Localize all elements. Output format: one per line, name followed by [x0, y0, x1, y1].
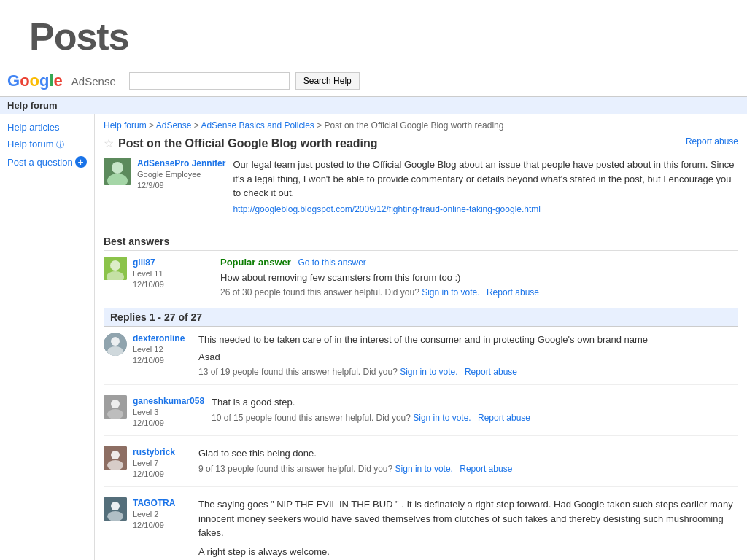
answer-level: Level 11 — [133, 269, 163, 278]
sidebar: Help articles Help forum ⓘ Post a questi… — [0, 114, 95, 560]
reply-report-0[interactable]: Report abuse — [465, 367, 517, 377]
reply-body-1: That is a good step. 10 of 15 people fou… — [212, 395, 738, 428]
answer-author[interactable]: gill87 — [133, 257, 155, 268]
poster-name[interactable]: AdSensePro Jennifer — [137, 158, 225, 168]
reply-helpful-label-0: 13 of 19 people found this answer helpfu… — [198, 367, 398, 377]
reply-text-0: This needed to be taken care of in the i… — [198, 332, 738, 347]
reply-helpful-label-2: 9 of 13 people found this answer helpful… — [198, 464, 392, 474]
reply-author-3[interactable]: TAGOTRA — [133, 498, 175, 508]
reply-level-2: Level 7 — [133, 459, 158, 467]
reply-text-2: Glad to see this being done. — [198, 446, 738, 461]
reply-vote-0[interactable]: Sign in to vote. — [400, 367, 457, 377]
answer-date: 12/10/09 — [133, 280, 164, 289]
breadcrumb-basics[interactable]: AdSense Basics and Policies — [201, 120, 314, 131]
svg-point-13 — [111, 451, 120, 459]
replies-header: Replies 1 - 27 of 27 — [104, 308, 738, 327]
helpful-text-0: 26 of 30 people found this answer helpfu… — [220, 287, 738, 298]
reply-helpful-2: 9 of 13 people found this answer helpful… — [198, 464, 738, 474]
best-answers-section: Best answers gill87 Level 11 12/10/0 — [104, 233, 738, 298]
reply-date-1: 12/10/09 — [133, 419, 164, 427]
reply-body-3: The saying goes " NIP THE EVIL IN THE BU… — [198, 497, 738, 559]
reply-author-1[interactable]: ganeshkumar058 — [133, 396, 204, 406]
reply-row-2: rustybrick Level 7 12/10/09 Glad to see … — [104, 446, 738, 487]
help-forum-icon: ⓘ — [56, 140, 64, 149]
breadcrumb-current: Post on the Official Google Blog worth r… — [325, 120, 504, 131]
report-abuse-top[interactable]: Report abuse — [686, 136, 738, 147]
reply-row-0: dexteronline Level 12 12/10/09 This need… — [104, 332, 738, 385]
header-banner: Posts — [0, 0, 747, 66]
logo-g2: g — [39, 71, 49, 90]
main-layout: Help articles Help forum ⓘ Post a questi… — [0, 114, 747, 560]
reply-date-3: 12/10/09 — [133, 521, 164, 529]
help-forum-bar: Help forum — [0, 97, 747, 114]
plus-icon: + — [75, 156, 87, 168]
reply-row-3: TAGOTRA Level 2 12/10/09 The saying goes… — [104, 497, 738, 560]
helpful-label-0: 26 of 30 people found this answer helpfu… — [220, 287, 419, 298]
reply-author-0[interactable]: dexteronline — [133, 333, 185, 343]
post-title-area: ☆ Post on the Official Google Blog worth… — [104, 136, 378, 150]
post-question-button[interactable]: Post a question + — [7, 156, 87, 168]
search-input[interactable] — [129, 72, 290, 90]
search-button[interactable]: Search Help — [295, 72, 360, 90]
logo-o2: o — [30, 71, 39, 90]
reply-level-1: Level 3 — [133, 408, 158, 416]
popular-label: Popular answer — [220, 257, 291, 268]
reply-level-3: Level 2 — [133, 510, 158, 518]
reply-date-2: 12/10/09 — [133, 470, 164, 478]
reply-vote-1[interactable]: Sign in to vote. — [413, 413, 471, 423]
reply-date-0: 12/10/09 — [133, 356, 164, 365]
reply-avatar-3 — [104, 497, 127, 521]
page-title: Posts — [29, 15, 718, 58]
reply-subtext-3: A right step is always welcome. — [198, 545, 738, 559]
google-logo: Google — [7, 71, 63, 90]
best-answer-row: gill87 Level 11 12/10/09 Popular answer … — [104, 257, 738, 298]
reply-avatar-2 — [104, 446, 127, 470]
reply-meta-0: dexteronline Level 12 12/10/09 — [133, 332, 185, 365]
reply-text-3: The saying goes " NIP THE EVIL IN THE BU… — [198, 497, 738, 540]
sidebar-help-articles[interactable]: Help articles — [7, 122, 87, 133]
logo-g: G — [7, 71, 20, 90]
answer-meta: gill87 Level 11 12/10/09 — [133, 257, 213, 289]
original-post: AdSensePro Jennifer Google Employee 12/9… — [104, 158, 738, 222]
logo-e: e — [54, 71, 63, 90]
sidebar-help-forum[interactable]: Help forum ⓘ — [7, 139, 87, 150]
report-link-0[interactable]: Report abuse — [487, 287, 539, 298]
answer-body: Popular answer Go to this answer How abo… — [220, 257, 738, 298]
reply-author-2[interactable]: rustybrick — [133, 447, 175, 457]
reply-meta-2: rustybrick Level 7 12/10/09 — [133, 446, 175, 479]
breadcrumb: Help forum > AdSense > AdSense Basics an… — [104, 120, 738, 131]
go-to-answer-link[interactable]: Go to this answer — [298, 257, 365, 268]
reply-report-1[interactable]: Report abuse — [478, 413, 530, 423]
replies-section: Replies 1 - 27 of 27 dexteronline Level … — [104, 308, 738, 560]
post-question-label: Post a question — [7, 157, 73, 168]
poster-info: AdSensePro Jennifer Google Employee 12/9… — [137, 158, 225, 190]
breadcrumb-adsense[interactable]: AdSense — [156, 120, 192, 131]
adsense-label: AdSense — [71, 75, 116, 88]
reply-helpful-label-1: 10 of 15 people found this answer helpfu… — [212, 413, 411, 423]
svg-point-4 — [110, 260, 120, 271]
reply-avatar-1 — [104, 395, 127, 419]
svg-point-7 — [111, 337, 120, 346]
reply-text-1: That is a good step. — [212, 395, 738, 410]
best-answers-header: Best answers — [104, 233, 738, 251]
post-text: Our legal team just posted to the Offici… — [233, 158, 738, 201]
reply-helpful-1: 10 of 15 people found this answer helpfu… — [212, 413, 738, 423]
post-title: Post on the Official Google Blog worth r… — [118, 137, 378, 150]
reply-report-2[interactable]: Report abuse — [460, 464, 512, 474]
answer-text: How about removing few scamsters from th… — [220, 271, 738, 285]
star-icon[interactable]: ☆ — [104, 136, 114, 150]
reply-vote-2[interactable]: Sign in to vote. — [395, 464, 453, 474]
reply-body-0: This needed to be taken care of in the i… — [198, 332, 738, 377]
vote-link-0[interactable]: Sign in to vote. — [422, 287, 479, 298]
post-link[interactable]: http://googleblog.blogspot.com/2009/12/f… — [233, 204, 738, 214]
reply-meta-3: TAGOTRA Level 2 12/10/09 — [133, 497, 175, 530]
author-avatar — [104, 158, 131, 185]
svg-point-10 — [111, 400, 120, 408]
breadcrumb-help-forum[interactable]: Help forum — [104, 120, 147, 131]
post-date: 12/9/09 — [137, 181, 164, 190]
search-bar: Google AdSense Search Help — [0, 66, 747, 97]
content-area: Help forum > AdSense > AdSense Basics an… — [95, 114, 747, 560]
logo-o1: o — [20, 71, 29, 90]
poster-role: Google Employee — [137, 170, 201, 179]
answer-avatar — [104, 257, 127, 280]
